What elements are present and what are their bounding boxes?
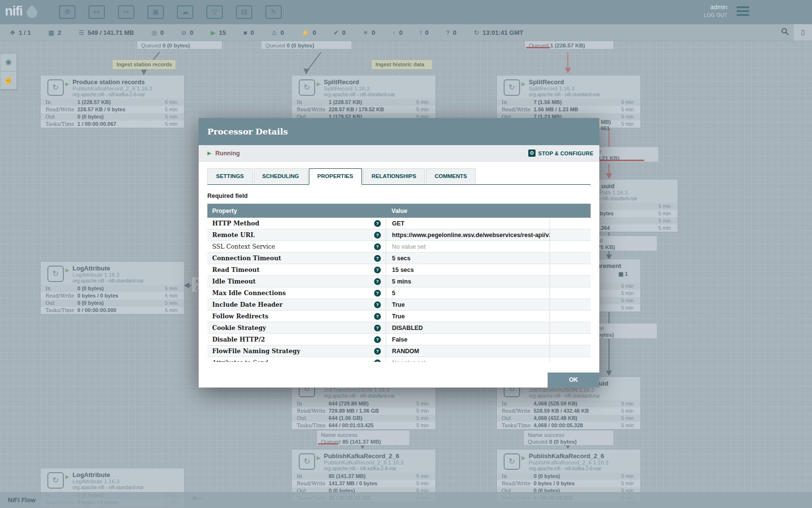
status-item-value: 0 xyxy=(280,29,284,36)
run-state-icon: ▶ xyxy=(65,474,69,480)
help-icon[interactable]: ? xyxy=(374,267,381,273)
value-cell[interactable]: 5 xyxy=(386,287,550,299)
stat-value: 4,068 (528.59 KB) xyxy=(534,401,578,406)
run-state-icon: ▶ xyxy=(65,267,69,273)
spacer-cell xyxy=(550,229,591,240)
stat-period: 5 min xyxy=(416,106,429,112)
template-icon[interactable]: ▤ xyxy=(236,5,252,19)
running-icon: ▶ xyxy=(207,150,211,156)
search-icon[interactable] xyxy=(777,28,793,37)
process-group-icon[interactable]: ▣ xyxy=(147,5,164,19)
help-icon[interactable]: ? xyxy=(374,336,381,343)
logout-link[interactable]: LOG OUT xyxy=(704,13,727,18)
stat-label: Tasks/Time xyxy=(45,121,74,127)
current-user: admin xyxy=(704,3,727,11)
status-item-sync-failure: ?0 xyxy=(446,29,456,36)
help-icon[interactable]: ? xyxy=(374,359,381,362)
help-icon[interactable]: ? xyxy=(374,301,381,308)
queue-name: Name success xyxy=(528,432,613,438)
status-item-running: ▶15 xyxy=(211,29,226,36)
stat-period: 5 min xyxy=(621,415,634,421)
stat-value: 1.56 MB / 1.23 MB xyxy=(534,106,578,112)
tab-scheduling[interactable]: SCHEDULING xyxy=(254,168,308,184)
ok-button[interactable]: OK xyxy=(548,373,599,388)
value-cell[interactable]: True xyxy=(386,299,550,310)
help-icon[interactable]: ? xyxy=(374,348,381,355)
status-item-invalid: ⚠0 xyxy=(272,29,284,36)
user-block: admin LOG OUT xyxy=(704,3,727,18)
help-icon[interactable]: ? xyxy=(374,278,381,285)
stat-period: 5 min xyxy=(416,99,429,105)
stale-icon: ↑ xyxy=(392,29,396,36)
funnel-icon[interactable]: ▽ xyxy=(206,5,223,19)
property-name: Read Timeout xyxy=(212,266,260,273)
tab-comments[interactable]: COMMENTS xyxy=(426,168,476,184)
run-status: Running xyxy=(215,150,240,157)
property-name: Idle Timeout xyxy=(212,278,256,285)
global-menu-icon[interactable] xyxy=(737,6,749,18)
dialog-tabs: SETTINGSSCHEDULINGPROPERTIESRELATIONSHIP… xyxy=(207,168,591,185)
operate-panel-icon[interactable]: ▯ xyxy=(793,24,812,41)
processor-icon[interactable]: ⚙ xyxy=(59,5,75,19)
help-icon[interactable]: ? xyxy=(374,232,381,239)
help-icon[interactable]: ? xyxy=(374,255,381,262)
stat-period: 5 min xyxy=(621,114,634,120)
stop-configure-button[interactable]: STOP & CONFIGURE xyxy=(538,150,594,156)
property-row: HTTP Method?GET xyxy=(207,218,591,229)
cluster-icon: ❖ xyxy=(10,29,15,36)
help-icon[interactable]: ? xyxy=(374,290,381,297)
label-icon[interactable]: ✎ xyxy=(265,5,282,19)
help-icon[interactable]: ? xyxy=(374,325,381,331)
property-column-header: Property xyxy=(207,208,386,214)
status-item-value: 0 xyxy=(372,29,375,36)
status-bar: ❖1 / 1▦2☰549 / 141.71 MB◎0⊘0▶15■0⚠0⚡0✔0✳… xyxy=(0,24,812,41)
stat-period: 5 min xyxy=(165,307,177,313)
value-cell[interactable]: 5 secs xyxy=(386,253,550,264)
value-cell[interactable]: False xyxy=(386,334,550,345)
value-cell[interactable]: No value set xyxy=(386,357,550,362)
status-item-value: 15 xyxy=(219,29,226,36)
value-cell[interactable]: 5 mins xyxy=(386,276,550,287)
stat-value: 644 (729.89 MB) xyxy=(329,401,369,406)
properties-table-header: Property Value xyxy=(207,204,591,218)
processor-type: SplitRecord 1.16.3 xyxy=(529,86,575,91)
refresh-icon[interactable]: ↻ xyxy=(474,29,479,36)
last-refresh: ↻ 13:01:41 GMT xyxy=(474,29,523,36)
dialog-title: Processor Details xyxy=(199,118,599,145)
value-cell[interactable]: No value set xyxy=(386,241,550,252)
stat-period: 5 min xyxy=(621,121,634,127)
tab-relationships[interactable]: RELATIONSHIPS xyxy=(363,168,425,184)
value-cell[interactable]: https://www.pegelonline.wsv.de/webservic… xyxy=(386,229,550,240)
processor-bundle: org.apache.nifi - nifi-kafka-2-6-nar xyxy=(72,92,145,97)
value-cell[interactable]: 15 secs xyxy=(386,264,550,275)
processor-bundle: org.apache.nifi - nifi-kafka-2-6-nar xyxy=(324,466,396,471)
value-cell[interactable]: GET xyxy=(386,218,550,229)
remote-process-group-icon[interactable]: ☁ xyxy=(177,5,193,19)
value-cell[interactable]: DISABLED xyxy=(386,322,550,333)
stat-label: Out xyxy=(502,415,511,421)
output-port-icon[interactable]: ↪ xyxy=(118,5,134,19)
property-row: Attributes to Send?No value set xyxy=(207,357,591,362)
stat-label: In xyxy=(297,401,302,406)
active-threads-badge: ▦ 1 xyxy=(618,271,628,277)
status-item-value: 2 xyxy=(58,29,61,36)
stat-value: 141.37 MB / 0 bytes xyxy=(329,480,377,486)
pan-hand-icon[interactable]: ☝ xyxy=(0,71,17,90)
property-name: HTTP Method xyxy=(212,220,259,227)
running-icon: ▶ xyxy=(211,29,216,36)
stat-period: 5 min xyxy=(416,401,429,406)
spacer-cell xyxy=(550,345,591,357)
help-icon[interactable]: ? xyxy=(374,243,381,250)
tab-settings[interactable]: SETTINGS xyxy=(207,168,253,184)
birdseye-icon[interactable]: ◉ xyxy=(0,53,17,72)
help-icon[interactable]: ? xyxy=(374,313,381,320)
value-cell[interactable]: True xyxy=(386,311,550,322)
breadcrumb[interactable]: NiFi Flow xyxy=(8,496,36,504)
value-cell[interactable]: RANDOM xyxy=(386,345,550,357)
tab-properties[interactable]: PROPERTIES xyxy=(309,168,362,185)
help-icon[interactable]: ? xyxy=(374,220,381,227)
stat-value: 85 (141.37 MB) xyxy=(329,473,365,479)
input-port-icon[interactable]: ↦ xyxy=(88,5,105,19)
stat-label: In xyxy=(45,99,51,105)
run-state-icon: ▶ xyxy=(65,81,69,87)
